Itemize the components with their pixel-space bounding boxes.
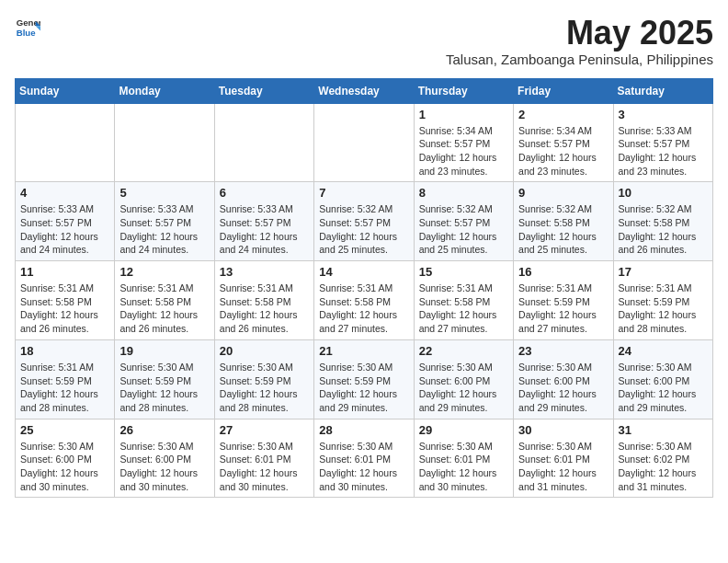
day-info: Sunrise: 5:34 AM Sunset: 5:57 PM Dayligh… <box>518 124 608 178</box>
day-number: 3 <box>619 108 708 121</box>
day-info: Sunrise: 5:30 AM Sunset: 5:59 PM Dayligh… <box>220 361 309 415</box>
calendar-table: SundayMondayTuesdayWednesdayThursdayFrid… <box>15 78 713 499</box>
day-number: 24 <box>619 344 708 358</box>
logo-icon: General Blue <box>15 15 40 40</box>
weekday-header-friday: Friday <box>514 78 613 103</box>
day-info: Sunrise: 5:31 AM Sunset: 5:58 PM Dayligh… <box>20 282 109 336</box>
calendar-cell: 22Sunrise: 5:30 AM Sunset: 6:00 PM Dayli… <box>414 339 513 419</box>
calendar-cell: 17Sunrise: 5:31 AM Sunset: 5:59 PM Dayli… <box>613 261 712 340</box>
day-number: 7 <box>319 186 408 200</box>
day-number: 23 <box>518 344 608 358</box>
day-info: Sunrise: 5:33 AM Sunset: 5:57 PM Dayligh… <box>220 202 309 257</box>
calendar-cell: 12Sunrise: 5:31 AM Sunset: 5:58 PM Dayli… <box>115 261 214 340</box>
day-info: Sunrise: 5:31 AM Sunset: 5:59 PM Dayligh… <box>20 361 109 415</box>
day-info: Sunrise: 5:32 AM Sunset: 5:58 PM Dayligh… <box>619 202 708 257</box>
weekday-header-sunday: Sunday <box>16 78 115 103</box>
day-info: Sunrise: 5:30 AM Sunset: 6:01 PM Dayligh… <box>319 440 408 494</box>
day-number: 4 <box>20 186 109 200</box>
day-number: 12 <box>119 265 209 279</box>
calendar-cell: 21Sunrise: 5:30 AM Sunset: 5:59 PM Dayli… <box>314 339 414 419</box>
day-info: Sunrise: 5:30 AM Sunset: 6:00 PM Dayligh… <box>419 361 508 415</box>
weekday-header-row: SundayMondayTuesdayWednesdayThursdayFrid… <box>16 78 713 103</box>
day-number: 14 <box>319 265 408 279</box>
day-number: 10 <box>619 186 708 200</box>
calendar-cell: 24Sunrise: 5:30 AM Sunset: 6:00 PM Dayli… <box>613 339 712 419</box>
day-number: 22 <box>419 344 508 358</box>
page-header: General Blue May 2025 Talusan, Zamboanga… <box>15 15 713 67</box>
weekday-header-monday: Monday <box>115 78 214 103</box>
calendar-cell: 26Sunrise: 5:30 AM Sunset: 6:00 PM Dayli… <box>115 419 214 498</box>
weekday-header-thursday: Thursday <box>414 78 513 103</box>
day-info: Sunrise: 5:32 AM Sunset: 5:57 PM Dayligh… <box>419 202 508 257</box>
calendar-cell: 10Sunrise: 5:32 AM Sunset: 5:58 PM Dayli… <box>613 182 712 261</box>
calendar-cell: 2Sunrise: 5:34 AM Sunset: 5:57 PM Daylig… <box>514 103 613 182</box>
calendar-cell: 6Sunrise: 5:33 AM Sunset: 5:57 PM Daylig… <box>214 182 313 261</box>
day-info: Sunrise: 5:31 AM Sunset: 5:58 PM Dayligh… <box>220 282 309 336</box>
month-title: May 2025 <box>446 15 713 52</box>
calendar-cell: 1Sunrise: 5:34 AM Sunset: 5:57 PM Daylig… <box>414 103 513 182</box>
day-number: 9 <box>518 186 608 200</box>
day-number: 29 <box>419 423 508 437</box>
calendar-cell <box>214 103 313 182</box>
calendar-cell: 30Sunrise: 5:30 AM Sunset: 6:01 PM Dayli… <box>514 419 613 498</box>
calendar-cell <box>314 103 414 182</box>
calendar-cell: 27Sunrise: 5:30 AM Sunset: 6:01 PM Dayli… <box>214 419 313 498</box>
day-number: 2 <box>518 108 608 121</box>
day-number: 17 <box>619 265 708 279</box>
day-info: Sunrise: 5:31 AM Sunset: 5:59 PM Dayligh… <box>518 282 608 336</box>
calendar-week-row: 11Sunrise: 5:31 AM Sunset: 5:58 PM Dayli… <box>16 261 713 340</box>
day-info: Sunrise: 5:33 AM Sunset: 5:57 PM Dayligh… <box>20 202 109 257</box>
day-number: 18 <box>20 344 109 358</box>
day-info: Sunrise: 5:31 AM Sunset: 5:59 PM Dayligh… <box>619 282 708 336</box>
day-info: Sunrise: 5:31 AM Sunset: 5:58 PM Dayligh… <box>419 282 508 336</box>
calendar-cell: 15Sunrise: 5:31 AM Sunset: 5:58 PM Dayli… <box>414 261 513 340</box>
day-info: Sunrise: 5:30 AM Sunset: 6:01 PM Dayligh… <box>518 440 608 494</box>
day-info: Sunrise: 5:32 AM Sunset: 5:58 PM Dayligh… <box>518 202 608 257</box>
calendar-cell: 20Sunrise: 5:30 AM Sunset: 5:59 PM Dayli… <box>214 339 313 419</box>
weekday-header-tuesday: Tuesday <box>214 78 313 103</box>
day-info: Sunrise: 5:31 AM Sunset: 5:58 PM Dayligh… <box>319 282 408 336</box>
day-number: 1 <box>419 108 508 121</box>
calendar-cell: 5Sunrise: 5:33 AM Sunset: 5:57 PM Daylig… <box>115 182 214 261</box>
day-info: Sunrise: 5:33 AM Sunset: 5:57 PM Dayligh… <box>119 202 209 257</box>
day-number: 28 <box>319 423 408 437</box>
day-number: 27 <box>220 423 309 437</box>
calendar-cell: 8Sunrise: 5:32 AM Sunset: 5:57 PM Daylig… <box>414 182 513 261</box>
calendar-cell: 25Sunrise: 5:30 AM Sunset: 6:00 PM Dayli… <box>16 419 115 498</box>
day-number: 8 <box>419 186 508 200</box>
calendar-cell: 31Sunrise: 5:30 AM Sunset: 6:02 PM Dayli… <box>613 419 712 498</box>
day-info: Sunrise: 5:30 AM Sunset: 6:00 PM Dayligh… <box>518 361 608 415</box>
calendar-cell: 14Sunrise: 5:31 AM Sunset: 5:58 PM Dayli… <box>314 261 414 340</box>
day-info: Sunrise: 5:30 AM Sunset: 6:00 PM Dayligh… <box>119 440 209 494</box>
weekday-header-saturday: Saturday <box>613 78 712 103</box>
day-info: Sunrise: 5:30 AM Sunset: 6:02 PM Dayligh… <box>619 440 708 494</box>
day-number: 5 <box>119 186 209 200</box>
logo: General Blue <box>15 15 40 40</box>
location-title: Talusan, Zamboanga Peninsula, Philippine… <box>446 52 713 67</box>
day-number: 20 <box>220 344 309 358</box>
calendar-cell: 13Sunrise: 5:31 AM Sunset: 5:58 PM Dayli… <box>214 261 313 340</box>
day-info: Sunrise: 5:33 AM Sunset: 5:57 PM Dayligh… <box>619 124 708 178</box>
calendar-cell: 18Sunrise: 5:31 AM Sunset: 5:59 PM Dayli… <box>16 339 115 419</box>
calendar-cell: 3Sunrise: 5:33 AM Sunset: 5:57 PM Daylig… <box>613 103 712 182</box>
day-info: Sunrise: 5:30 AM Sunset: 6:00 PM Dayligh… <box>619 361 708 415</box>
title-block: May 2025 Talusan, Zamboanga Peninsula, P… <box>446 15 713 67</box>
day-number: 21 <box>319 344 408 358</box>
day-number: 25 <box>20 423 109 437</box>
calendar-cell: 11Sunrise: 5:31 AM Sunset: 5:58 PM Dayli… <box>16 261 115 340</box>
day-number: 30 <box>518 423 608 437</box>
calendar-cell: 9Sunrise: 5:32 AM Sunset: 5:58 PM Daylig… <box>514 182 613 261</box>
day-info: Sunrise: 5:30 AM Sunset: 6:01 PM Dayligh… <box>220 440 309 494</box>
calendar-cell: 7Sunrise: 5:32 AM Sunset: 5:57 PM Daylig… <box>314 182 414 261</box>
day-info: Sunrise: 5:30 AM Sunset: 5:59 PM Dayligh… <box>319 361 408 415</box>
day-info: Sunrise: 5:30 AM Sunset: 5:59 PM Dayligh… <box>119 361 209 415</box>
day-number: 19 <box>119 344 209 358</box>
day-info: Sunrise: 5:30 AM Sunset: 6:01 PM Dayligh… <box>419 440 508 494</box>
calendar-cell: 19Sunrise: 5:30 AM Sunset: 5:59 PM Dayli… <box>115 339 214 419</box>
svg-text:Blue: Blue <box>17 28 36 38</box>
calendar-cell: 29Sunrise: 5:30 AM Sunset: 6:01 PM Dayli… <box>414 419 513 498</box>
calendar-week-row: 4Sunrise: 5:33 AM Sunset: 5:57 PM Daylig… <box>16 182 713 261</box>
calendar-week-row: 1Sunrise: 5:34 AM Sunset: 5:57 PM Daylig… <box>16 103 713 182</box>
day-number: 31 <box>619 423 708 437</box>
day-info: Sunrise: 5:34 AM Sunset: 5:57 PM Dayligh… <box>419 124 508 178</box>
